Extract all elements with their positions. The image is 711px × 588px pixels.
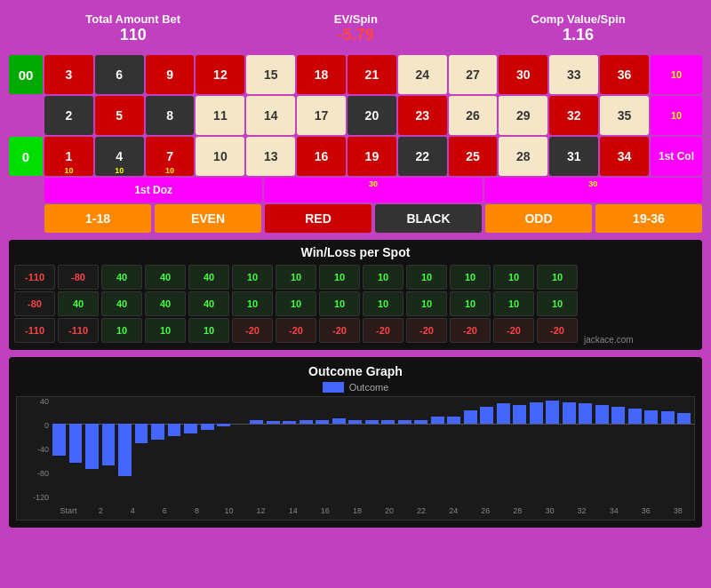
cell-17[interactable]: 17 (297, 96, 346, 135)
cell-18[interactable]: 18 (297, 55, 346, 94)
bar-32 (579, 403, 592, 423)
cell-26[interactable]: 26 (449, 96, 498, 135)
col-bet-1st[interactable]: 1st Col (651, 137, 702, 176)
cell-32[interactable]: 32 (549, 96, 598, 135)
bar-18 (348, 420, 362, 424)
cell-31[interactable]: 31 (549, 137, 598, 176)
col-bet-mid[interactable]: 10 (651, 96, 702, 135)
bet-even[interactable]: EVEN (155, 204, 261, 233)
x-36: 36 (630, 506, 662, 515)
cell-2[interactable]: 2 (44, 96, 93, 135)
cell-27[interactable]: 27 (449, 55, 498, 94)
graph-title: Outcome Graph (16, 364, 695, 378)
cell-7[interactable]: 710 (146, 137, 195, 176)
cell-24[interactable]: 24 (398, 55, 447, 94)
cell-13[interactable]: 13 (246, 137, 295, 176)
bar-30 (546, 401, 559, 424)
bet-odd[interactable]: ODD (485, 204, 592, 233)
x-26: 26 (469, 506, 501, 515)
bet-1-18[interactable]: 1-18 (44, 204, 151, 233)
cell-10[interactable]: 10 (196, 137, 244, 176)
x-12: 12 (245, 506, 277, 515)
bar-6 (151, 424, 164, 440)
second-dozen-bet: 30 (369, 179, 378, 188)
col-bet-top[interactable]: 10 (651, 55, 702, 94)
wl-12-3: -20 (537, 318, 578, 343)
cell-00[interactable]: 00 (9, 55, 43, 94)
wl-col-8: 10 10 -20 (363, 265, 403, 343)
cell-22[interactable]: 22 (398, 137, 447, 176)
second-dozen[interactable]: 30 (264, 178, 482, 203)
y-label-neg80: -80 (37, 469, 49, 478)
cell-19[interactable]: 19 (348, 137, 396, 176)
cell-9[interactable]: 9 (146, 55, 195, 94)
x-2: 2 (84, 506, 116, 515)
bar-35 (628, 409, 642, 423)
bar-7 (168, 424, 181, 437)
wl-7-2: 10 (319, 291, 360, 316)
x-18: 18 (341, 506, 373, 515)
bar-10 (217, 424, 230, 427)
wl-8-2: 10 (363, 291, 403, 316)
graph-section: Outcome Graph Outcome 40 0 -40 -80 -120 … (9, 357, 702, 528)
y-label-0: 0 (44, 421, 49, 430)
cell-28[interactable]: 28 (499, 137, 547, 176)
cell-6[interactable]: 6 (95, 55, 144, 94)
cell-8[interactable]: 8 (146, 96, 195, 135)
bet-19-36[interactable]: 19-36 (595, 204, 702, 233)
cell-33[interactable]: 33 (549, 55, 598, 94)
graph-container: 40 0 -40 -80 -120 Start 2 4 6 8 10 12 14 (16, 396, 695, 520)
cell-11[interactable]: 11 (196, 96, 244, 135)
cell-35[interactable]: 35 (600, 96, 649, 135)
graph-legend: Outcome (16, 382, 695, 393)
winloss-title: Win/Loss per Spot (14, 245, 697, 259)
third-dozen[interactable]: 30 (484, 178, 702, 203)
cell-14[interactable]: 14 (246, 96, 295, 135)
cell-12[interactable]: 12 (196, 55, 244, 94)
zero-line (52, 424, 694, 425)
x-28: 28 (501, 506, 533, 515)
cell-36[interactable]: 36 (600, 55, 649, 94)
wl-8-1: 10 (363, 265, 403, 290)
wl-col-6: 10 10 -20 (276, 265, 316, 343)
bar-2 (85, 424, 99, 470)
cell-1[interactable]: 110 (44, 137, 93, 176)
cell-34[interactable]: 34 (600, 137, 649, 176)
wl-7-3: -20 (319, 318, 360, 343)
cell-23[interactable]: 23 (398, 96, 447, 135)
bet-black[interactable]: BLACK (375, 204, 482, 233)
cell-4[interactable]: 410 (95, 137, 144, 176)
wl-col-10: 10 10 -20 (450, 265, 491, 343)
cell-15[interactable]: 15 (246, 55, 295, 94)
bar-9 (201, 424, 214, 430)
first-dozen[interactable]: 1st Doz (44, 178, 262, 203)
cell-29[interactable]: 29 (499, 96, 547, 135)
wl-5-2: 10 (232, 291, 273, 316)
legend-label: Outcome (349, 382, 389, 393)
cell-25[interactable]: 25 (449, 137, 498, 176)
wl-6-3: -20 (276, 318, 316, 343)
wl-8-3: -20 (363, 318, 403, 343)
wl-6-2: 10 (276, 291, 316, 316)
cell-3[interactable]: 3 (44, 55, 93, 94)
y-axis: 40 0 -40 -80 -120 (17, 397, 52, 502)
bar-17 (332, 418, 346, 423)
cell-0[interactable]: 0 (9, 137, 43, 176)
wl-col-12: 10 10 -20 (537, 265, 578, 343)
total-bet-stat: Total Amount Bet 110 (85, 12, 180, 44)
bet-red[interactable]: RED (265, 204, 371, 233)
wl-zero-row3: -110 (14, 318, 55, 343)
bar-26 (480, 407, 493, 423)
x-14: 14 (277, 506, 309, 515)
cell-20[interactable]: 20 (348, 96, 396, 135)
cell-16[interactable]: 16 (297, 137, 346, 176)
cell-21[interactable]: 21 (348, 55, 396, 94)
bar-37 (661, 411, 675, 423)
cell-5[interactable]: 5 (95, 96, 144, 135)
bar-8 (184, 424, 197, 433)
wl-5-3: -20 (232, 318, 273, 343)
bar-5 (135, 424, 148, 443)
cell-30[interactable]: 30 (499, 55, 547, 94)
wl-10-3: -20 (450, 318, 491, 343)
wl-12-1: 10 (537, 265, 578, 290)
